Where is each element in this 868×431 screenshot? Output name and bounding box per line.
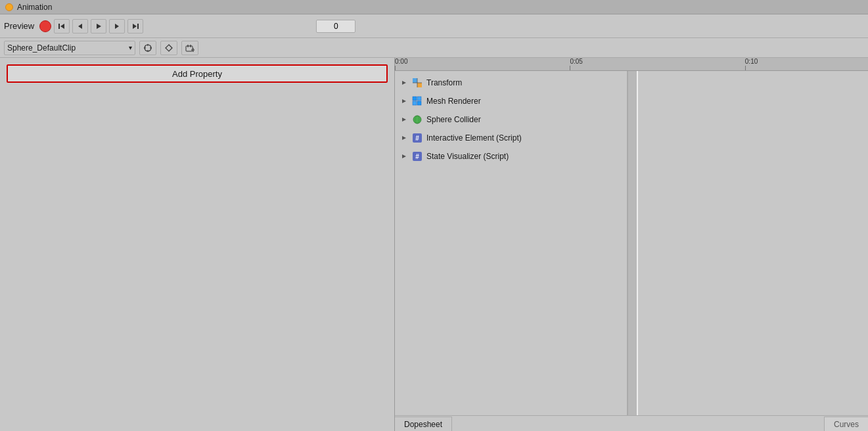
property-item-interactive-element[interactable]: # Interactive Element (Script) <box>395 129 627 147</box>
left-panel: Add Property <box>0 58 394 431</box>
svg-point-29 <box>413 116 421 124</box>
svg-rect-24 <box>413 97 417 101</box>
full-right: 0:000:050:10 Transform Mesh Renderer Sph… <box>395 58 868 431</box>
property-item-transform[interactable]: Transform <box>395 74 627 92</box>
svg-marker-6 <box>133 24 137 29</box>
scrollbar[interactable] <box>628 71 637 415</box>
svg-text:#: # <box>415 135 419 142</box>
prop-label-transform: Transform <box>426 78 462 87</box>
svg-rect-13 <box>186 46 193 51</box>
record-button[interactable] <box>39 20 51 32</box>
animation-window: Animation Preview Sphere <box>0 0 868 431</box>
ruler-mark-0:05: 0:05 <box>570 58 582 65</box>
properties-list: Transform Mesh Renderer Sphere Collider … <box>395 71 628 415</box>
expand-arrow-transform <box>400 79 408 87</box>
play-button[interactable] <box>91 19 106 34</box>
svg-marker-23 <box>402 99 406 103</box>
prop-label-state-visualizer: State Visualizer (Script) <box>426 152 509 161</box>
svg-rect-27 <box>417 101 421 105</box>
prop-icon-state-visualizer: # <box>412 151 423 162</box>
crosshair-button[interactable] <box>139 41 156 55</box>
prev-frame-button[interactable] <box>72 19 88 34</box>
property-item-sphere-collider[interactable]: Sphere Collider <box>395 110 627 129</box>
bottom-tabs: Dopesheet Curves <box>395 415 868 431</box>
time-input[interactable] <box>316 20 355 33</box>
add-property-label: Add Property <box>172 69 222 79</box>
tab-curves-label: Curves <box>834 420 859 429</box>
ruler-container: 0:000:050:10 <box>395 58 868 71</box>
expand-arrow-interactive-element <box>400 134 408 142</box>
svg-marker-1 <box>60 24 64 29</box>
property-item-state-visualizer[interactable]: # State Visualizer (Script) <box>395 147 627 166</box>
svg-marker-12 <box>166 45 172 51</box>
preview-label: Preview <box>4 21 34 31</box>
expand-arrow-mesh-renderer <box>400 97 408 105</box>
svg-marker-28 <box>402 118 406 122</box>
expand-arrow-state-visualizer <box>400 152 408 160</box>
prop-label-mesh-renderer: Mesh Renderer <box>426 97 481 106</box>
toolbar-row1: Preview <box>0 14 868 38</box>
tab-curves[interactable]: Curves <box>824 417 868 431</box>
title-bar: Animation <box>0 0 868 14</box>
timeline-row: Transform Mesh Renderer Sphere Collider … <box>395 71 868 415</box>
svg-marker-2 <box>78 24 82 29</box>
svg-rect-0 <box>58 24 60 29</box>
svg-rect-25 <box>417 97 421 101</box>
svg-marker-4 <box>115 24 119 29</box>
playhead-cursor <box>637 71 638 415</box>
svg-marker-31 <box>402 136 406 140</box>
svg-rect-19 <box>413 78 417 83</box>
window-dot <box>5 3 13 11</box>
add-event-button[interactable] <box>181 41 198 55</box>
clip-selector[interactable]: Sphere_DefaultClip ▾ <box>4 41 135 55</box>
diamond-button[interactable] <box>160 41 177 55</box>
window-title: Animation <box>17 3 52 12</box>
svg-marker-34 <box>402 154 406 158</box>
ruler-mark-0:00: 0:00 <box>395 58 407 65</box>
svg-rect-20 <box>417 83 422 87</box>
prop-icon-transform <box>412 78 423 88</box>
timeline-canvas <box>637 71 869 415</box>
tab-dopesheet-label: Dopesheet <box>404 420 442 429</box>
ruler-tick-0:05 <box>570 66 570 71</box>
prop-icon-interactive-element: # <box>412 133 423 143</box>
tab-dopesheet[interactable]: Dopesheet <box>395 417 452 431</box>
clip-name: Sphere_DefaultClip <box>7 43 76 53</box>
ruler-tick-0:10 <box>745 66 746 71</box>
goto-end-button[interactable] <box>127 19 143 34</box>
prop-icon-mesh-renderer <box>412 96 423 106</box>
svg-marker-3 <box>97 24 101 29</box>
property-item-mesh-renderer[interactable]: Mesh Renderer <box>395 92 627 110</box>
timeline-ruler-header: 0:000:050:10 <box>395 58 868 71</box>
prop-label-sphere-collider: Sphere Collider <box>426 115 481 124</box>
add-property-button[interactable]: Add Property <box>7 64 388 83</box>
prop-icon-sphere-collider <box>412 114 423 125</box>
clip-dropdown-arrow: ▾ <box>129 44 132 51</box>
prop-label-interactive-element: Interactive Element (Script) <box>426 133 522 143</box>
ruler-tick-0:00 <box>395 66 396 71</box>
toolbar-row2: Sphere_DefaultClip ▾ <box>0 38 868 58</box>
svg-text:#: # <box>415 153 419 160</box>
next-frame-button[interactable] <box>109 19 125 34</box>
expand-arrow-sphere-collider <box>400 116 408 124</box>
main-area: Add Property 0:000:050:10 Transform <box>0 58 868 431</box>
svg-rect-26 <box>413 101 417 105</box>
goto-start-button[interactable] <box>54 19 70 34</box>
svg-marker-18 <box>402 81 406 85</box>
svg-rect-5 <box>137 24 139 29</box>
ruler-mark-0:10: 0:10 <box>745 58 758 65</box>
